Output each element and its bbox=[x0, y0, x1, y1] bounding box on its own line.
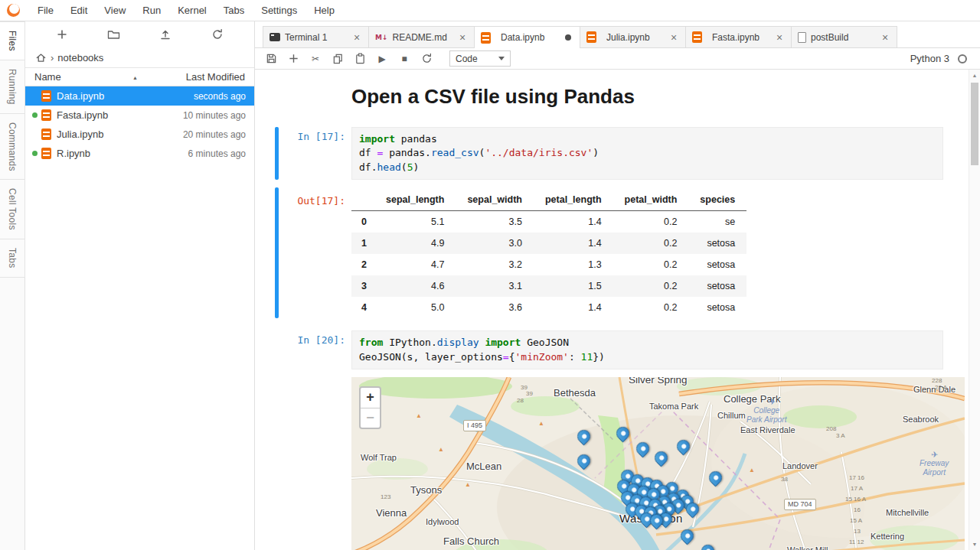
tab-postbuild[interactable]: postBuild× bbox=[791, 26, 897, 47]
insert-cell-button[interactable] bbox=[283, 50, 303, 68]
table-cell: 1.4 bbox=[534, 233, 613, 254]
map-marker-icon[interactable] bbox=[633, 440, 652, 458]
upload-icon bbox=[159, 28, 172, 41]
map-marker-icon[interactable] bbox=[652, 449, 670, 467]
sidebar-tab-running[interactable]: Running bbox=[0, 60, 25, 114]
map-marker-icon[interactable] bbox=[678, 527, 696, 545]
tab-terminal-1[interactable]: Terminal 1× bbox=[263, 26, 369, 47]
table-cell: 0.2 bbox=[613, 233, 689, 254]
sidebar-tab-cell-tools[interactable]: Cell Tools bbox=[0, 179, 25, 239]
copy-cells-button[interactable] bbox=[328, 50, 348, 68]
map-marker-icon[interactable] bbox=[674, 438, 692, 456]
restart-kernel-button[interactable] bbox=[416, 50, 436, 68]
code-area-1[interactable]: import pandasdf = pandas.read_csv('../da… bbox=[351, 127, 943, 180]
interrupt-kernel-button[interactable]: ■ bbox=[394, 50, 414, 68]
table-row: 14.93.01.40.2setosa bbox=[351, 233, 746, 254]
new-folder-icon bbox=[107, 28, 120, 41]
zoom-out-button[interactable]: − bbox=[361, 408, 380, 428]
kernel-name[interactable]: Python 3 bbox=[910, 53, 949, 64]
plus-icon bbox=[288, 53, 299, 64]
table-cell: 0.2 bbox=[613, 254, 689, 275]
column-header-name[interactable]: Name bbox=[34, 71, 61, 83]
menu-view[interactable]: View bbox=[96, 0, 134, 21]
dataframe-table: sepal_lengthsepal_widthpetal_lengthpetal… bbox=[351, 189, 746, 318]
map-marker-icon[interactable] bbox=[574, 452, 593, 470]
upload-button[interactable] bbox=[155, 25, 175, 44]
save-button[interactable] bbox=[261, 50, 281, 68]
table-cell: se bbox=[688, 211, 746, 233]
file-row-data-ipynb[interactable]: Data.ipynbseconds ago bbox=[25, 86, 254, 106]
tab-label: Terminal 1 bbox=[285, 32, 347, 43]
iris-table-body: 05.13.51.40.2se14.93.01.40.2setosa24.73.… bbox=[351, 211, 746, 319]
tab-label: README.md bbox=[393, 32, 453, 43]
menu-settings[interactable]: Settings bbox=[253, 0, 305, 21]
close-icon[interactable]: × bbox=[351, 32, 362, 43]
close-icon[interactable]: × bbox=[774, 32, 785, 43]
output-area-1: Out[17]: sepal_lengthsepal_widthpetal_le… bbox=[255, 187, 969, 318]
kernel-running-dot bbox=[32, 112, 38, 118]
map-marker-icon[interactable] bbox=[613, 425, 632, 443]
menu-kernel[interactable]: Kernel bbox=[169, 0, 215, 21]
map-marker-icon[interactable] bbox=[698, 542, 717, 550]
menu-help[interactable]: Help bbox=[305, 0, 343, 21]
code-area-2[interactable]: from IPython.display import GeoJSONGeoJS… bbox=[351, 330, 943, 369]
tab-fasta-ipynb[interactable]: Fasta.ipynb× bbox=[685, 26, 792, 47]
map-marker-icon[interactable] bbox=[574, 428, 593, 446]
sidebar-tab-label: Tabs bbox=[7, 248, 18, 268]
table-cell: 0.2 bbox=[613, 211, 689, 233]
file-row-r-ipynb[interactable]: R.ipynb6 minutes ago bbox=[25, 144, 254, 163]
notebook-content: Open a CSV file using Pandas In [17]: im… bbox=[255, 70, 969, 550]
menu-run[interactable]: Run bbox=[134, 0, 169, 21]
scroll-down-arrow-icon[interactable]: ▼ bbox=[969, 539, 980, 550]
geojson-map[interactable]: Silver SpringBethesdaTakoma ParkCollege … bbox=[351, 377, 965, 550]
run-cell-button[interactable]: ▶ bbox=[372, 50, 392, 68]
tab-data-ipynb[interactable]: Data.ipynb bbox=[474, 26, 580, 48]
close-icon[interactable]: × bbox=[457, 32, 468, 43]
scroll-up-arrow-icon[interactable]: ▲ bbox=[969, 70, 980, 81]
menubar: FileEditViewRunKernelTabsSettingsHelp bbox=[0, 0, 980, 21]
sidebar-tab-tabs[interactable]: Tabs bbox=[0, 239, 25, 278]
table-col-header: petal_width bbox=[613, 189, 689, 211]
scrollbar[interactable]: ▲ ▼ bbox=[969, 70, 980, 550]
home-icon[interactable] bbox=[35, 52, 47, 63]
file-icon bbox=[798, 32, 806, 43]
file-name: Julia.ipynb bbox=[57, 129, 183, 140]
paste-cells-button[interactable] bbox=[350, 50, 370, 68]
sidebar-tab-commands[interactable]: Commands bbox=[0, 113, 25, 181]
zoom-in-button[interactable]: + bbox=[361, 388, 380, 408]
refresh-button[interactable] bbox=[207, 25, 227, 44]
sidebar-tab-label: Files bbox=[7, 31, 18, 51]
new-folder-button[interactable] bbox=[104, 25, 124, 44]
file-row-fasta-ipynb[interactable]: Fasta.ipynb10 minutes ago bbox=[25, 106, 254, 125]
main-area: Terminal 1×M↓README.md×Data.ipynbJulia.i… bbox=[255, 21, 980, 550]
menu-edit[interactable]: Edit bbox=[62, 0, 96, 21]
paste-icon bbox=[354, 53, 366, 64]
menu-file[interactable]: File bbox=[29, 0, 62, 21]
table-row-index: 4 bbox=[351, 297, 374, 318]
refresh-icon bbox=[211, 28, 224, 41]
close-icon[interactable]: × bbox=[880, 32, 890, 43]
table-col-header: petal_length bbox=[534, 189, 613, 211]
table-row-index: 2 bbox=[351, 254, 374, 275]
sidebar-tab-files[interactable]: Files bbox=[0, 21, 25, 60]
cut-cells-button[interactable]: ✂ bbox=[305, 50, 325, 68]
left-sidebar: FilesRunningCommandsCell ToolsTabs bbox=[0, 21, 25, 550]
scrollbar-thumb[interactable] bbox=[971, 83, 978, 165]
tab-label: Fasta.ipynb bbox=[712, 32, 769, 43]
output-area-2: Silver SpringBethesdaTakoma ParkCollege … bbox=[255, 377, 969, 550]
tab-readme-md[interactable]: M↓README.md× bbox=[368, 26, 475, 47]
chevron-down-icon bbox=[498, 57, 505, 60]
table-cell: setosa bbox=[688, 233, 746, 254]
tab-julia-ipynb[interactable]: Julia.ipynb× bbox=[580, 26, 686, 47]
close-icon[interactable]: × bbox=[668, 32, 679, 43]
map-marker-icon[interactable] bbox=[706, 469, 724, 487]
column-header-modified[interactable]: Last Modified bbox=[186, 71, 245, 83]
file-row-julia-ipynb[interactable]: Julia.ipynb20 minutes ago bbox=[25, 125, 254, 144]
table-row: 05.13.51.40.2se bbox=[351, 211, 746, 233]
cell-type-dropdown[interactable]: Code bbox=[449, 50, 511, 67]
new-launcher-button[interactable] bbox=[52, 25, 72, 44]
run-icon: ▶ bbox=[378, 54, 385, 64]
code-cell-1: In [17]: import pandasdf = pandas.read_c… bbox=[255, 127, 969, 180]
menu-tabs[interactable]: Tabs bbox=[215, 0, 253, 21]
jupyter-logo bbox=[7, 4, 20, 17]
